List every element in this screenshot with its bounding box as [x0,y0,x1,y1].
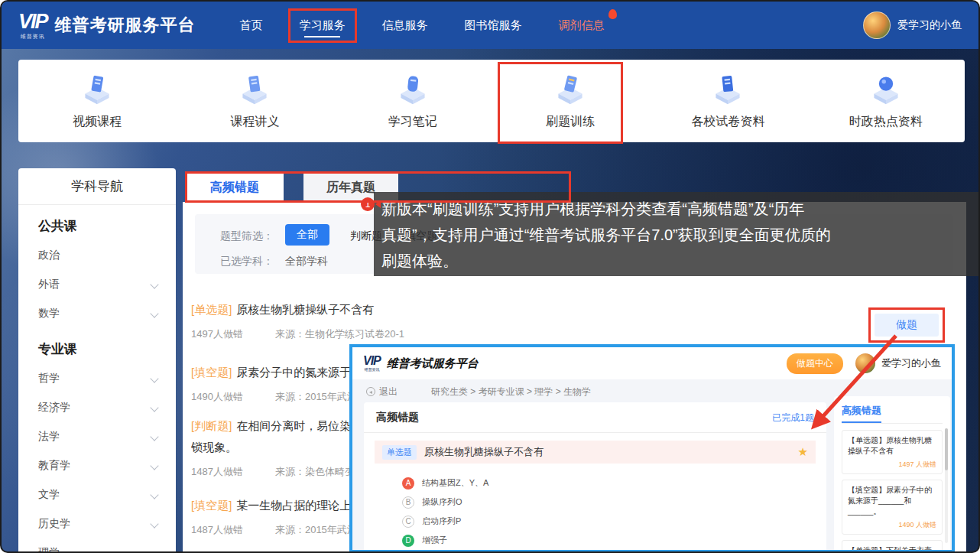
feature-card-row: 视频课程 课程讲义 学习笔记 刷题训练 各校试卷资料 时政热点资料 [18,60,965,142]
question-source: 来源：生物化学练习试卷20-1 [275,327,404,341]
tooltip-line: 真题”，支持用户通过“维普考试服务平台7.0”获取到更全面更优质的 [381,222,980,248]
sidebar-item-law[interactable]: 法学 [18,422,176,451]
option-d[interactable]: D 增强子 [402,531,826,550]
overlay-platform-title: 维普考试服务平台 [387,356,479,371]
option-b[interactable]: B 操纵序列O [402,493,826,512]
chevron-down-icon [150,519,158,528]
question-type-badge: 单选题 [382,445,417,460]
filter-option-all[interactable]: 全部 [285,224,329,246]
nav-item-info-services[interactable]: 信息服务 [371,8,440,43]
option-c-marker: C [402,516,414,528]
overlay-header: VIP 维普资讯 维普考试服务平台 做题中心 爱学习的小鱼 [352,347,952,379]
active-nav-underline [304,36,340,37]
callout-pointer [375,200,381,208]
app-window: VIP 维普资讯 维普考研服务平台 首页 学习服务 信息服务 图书馆服务 调剂信… [0,0,980,553]
current-affairs-icon [869,72,903,106]
favorite-star-icon[interactable]: ★ [798,445,808,459]
sidebar-item-education[interactable]: 教育学 [18,451,176,480]
sidebar-item-philosophy[interactable]: 哲学 [18,364,176,393]
chevron-down-icon [150,280,158,288]
answer-options: A 结构基因Z、Y、A B 操纵序列O C 启动序列P D 增强子 [364,464,826,550]
question-text-line2: 锁现象。 [191,441,237,454]
sidebar-item-history[interactable]: 历史学 [18,509,176,538]
side-question-item[interactable]: 【填空题】尿素分子中的氮来源于______和______。 1490 人做错 [842,480,943,535]
nav-item-home[interactable]: 首页 [229,8,274,43]
user-avatar[interactable] [863,11,891,39]
side-question-item[interactable]: 【单选题】下列关于衣壳原粒的组成部分的是 1488 人做错 [842,540,943,553]
user-name: 爱学习的小鱼 [881,356,941,370]
brand-logo[interactable]: VIP 维普资讯 [18,11,47,39]
exit-button[interactable]: 退出 [366,385,398,398]
question-text: 原核生物乳糖操纵子不含有 [424,445,544,459]
sidebar-item-foreign-language[interactable]: 外语 [18,270,176,299]
option-a[interactable]: A 结构基因Z、Y、A [402,473,826,493]
filter-subject-value[interactable]: 全部学科 [285,255,328,268]
side-panel-title[interactable]: 高频错题 [842,404,881,423]
sidebar-item-economics[interactable]: 经济学 [18,393,176,422]
tab-frequent-errors[interactable]: 高频错题 [186,173,284,202]
filter-type-label: 题型筛选： [220,229,274,243]
question-row[interactable]: [单选题]原核生物乳糖操纵子不含有 1497人做错来源：生物化学练习试卷20-1 [191,303,951,341]
chevron-down-icon [150,461,158,470]
nav-item-adjustment-info[interactable]: 调剂信息 [547,8,616,43]
chevron-down-icon [150,432,158,441]
question-type-tag: [单选题] [191,303,232,316]
side-panel-scrollbar[interactable] [945,428,948,543]
option-c[interactable]: C 启动序列P [402,512,826,531]
sidebar-item-math[interactable]: 数学 [18,299,176,328]
chevron-down-icon [150,548,158,553]
sidebar-item-science[interactable]: 理学 [18,538,176,553]
school-papers-icon [711,72,745,106]
scrollbar-thumb[interactable] [945,428,948,470]
option-d-marker: D [402,535,414,547]
exam-platform-window: VIP 维普资讯 维普考试服务平台 做题中心 爱学习的小鱼 退出 研究生类 > … [349,344,955,553]
do-question-button[interactable]: 做题 [875,314,939,337]
tooltip-line: 刷题体验。 [381,248,980,274]
overlay-question-panel: 高频错题 已完成1题 单选题 原核生物乳糖操纵子不含有 ★ A 结构基因Z、Y、… [364,402,826,553]
sidebar-section-major: 专业课 [18,328,176,364]
top-navbar: VIP 维普资讯 维普考研服务平台 首页 学习服务 信息服务 图书馆服务 调剂信… [2,2,978,49]
filter-subject-label: 已选学科： [220,255,274,268]
feature-lecture-handouts[interactable]: 课程讲义 [176,60,333,142]
hot-flame-badge [608,9,617,19]
option-b-marker: B [402,496,414,509]
option-a-marker: A [402,477,414,490]
feature-question-practice[interactable]: 刷题训练 [492,60,649,142]
nav-item-library-services[interactable]: 图书馆服务 [453,8,534,43]
feature-current-affairs[interactable]: 时政热点资料 [807,60,965,142]
chevron-down-icon [150,309,158,317]
question-text: 原核生物乳糖操纵子不含有 [236,303,374,316]
sidebar-item-literature[interactable]: 文学 [18,480,176,509]
practice-center-button[interactable]: 做题中心 [787,353,843,374]
sidebar-item-politics[interactable]: 政治 [18,241,176,270]
nav-item-learning-services[interactable]: 学习服务 [288,8,357,43]
side-question-item[interactable]: 【单选题】原核生物乳糖操纵子不含有 1497 人做错 [842,430,943,474]
overlay-brand-logo[interactable]: VIP 维普资讯 [363,355,381,372]
current-question-row[interactable]: 单选题 原核生物乳糖操纵子不含有 ★ [375,441,816,464]
wrong-count: 1497 人做错 [848,459,936,470]
study-notes-icon [396,72,430,106]
breadcrumb[interactable]: 研究生类 > 考研专业课 > 理学 > 生物学 [431,385,591,398]
wrong-count: 1487人做错 [191,523,243,537]
question-type-tag: [判断题] [191,419,232,432]
question-practice-icon [553,72,587,106]
feature-study-notes[interactable]: 学习笔记 [334,60,492,142]
wrong-count: 1490人做错 [191,390,243,404]
feature-video-course[interactable]: 视频课程 [18,60,176,142]
chevron-down-icon [150,490,158,499]
sidebar-section-public: 公共课 [18,205,176,241]
nav-menu: 首页 学习服务 信息服务 图书馆服务 调剂信息 [222,8,623,43]
user-avatar[interactable] [855,353,875,373]
brand-logo-subtext: 维普资讯 [21,34,45,39]
panel-title: 高频错题 [376,411,419,425]
progress-label[interactable]: 已完成1题 [772,411,814,425]
tooltip-line: 新版本“刷题训练”支持用户根据学科分类查看“高频错题”及“历年 [381,196,980,222]
feature-school-papers[interactable]: 各校试卷资料 [649,60,806,142]
overlay-side-panel: 高频错题 【单选题】原核生物乳糖操纵子不含有 1497 人做错 【填空题】尿素分… [834,396,950,553]
user-account[interactable]: 爱学习的小鱼 [863,11,962,39]
question-type-tag: [填空题] [191,499,232,512]
wrong-count: 1487人做错 [191,465,243,479]
vip-logo-icon: VIP [18,11,47,32]
wrong-count: 1497人做错 [191,327,243,341]
platform-title: 维普考研服务平台 [55,14,196,37]
